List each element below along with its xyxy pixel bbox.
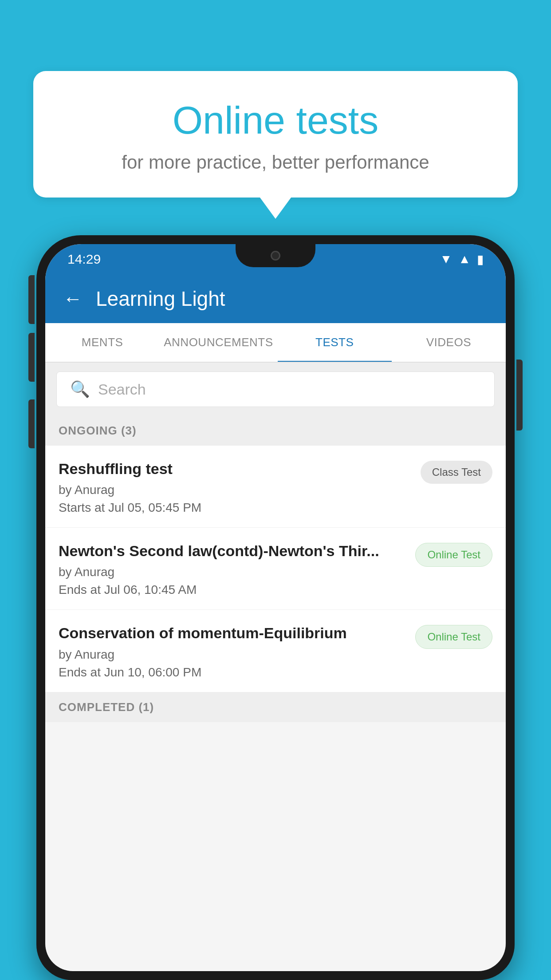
battery-icon: ▮ — [477, 252, 484, 267]
back-button[interactable]: ← — [63, 288, 83, 310]
test-title: Newton's Second law(contd)-Newton's Thir… — [59, 541, 406, 561]
test-info: Conservation of momentum-Equilibrium by … — [59, 623, 406, 679]
status-time: 14:29 — [67, 252, 101, 267]
completed-section-header: COMPLETED (1) — [45, 692, 506, 722]
test-list: Reshuffling test by Anurag Starts at Jul… — [45, 446, 506, 692]
test-info: Reshuffling test by Anurag Starts at Jul… — [59, 459, 412, 515]
ongoing-section-header: ONGOING (3) — [45, 416, 506, 446]
status-icons: ▼ ▲ ▮ — [440, 252, 484, 267]
test-item[interactable]: Newton's Second law(contd)-Newton's Thir… — [45, 528, 506, 610]
tab-videos[interactable]: VIDEOS — [392, 323, 506, 362]
search-bar[interactable]: 🔍 Search — [56, 371, 495, 407]
online-test-badge-2: Online Test — [415, 625, 492, 649]
app-bar-title: Learning Light — [96, 287, 225, 311]
bubble-title: Online tests — [55, 98, 496, 143]
phone-outer: 14:29 ▼ ▲ ▮ ← Learning Light MENTS ANNOU… — [36, 235, 515, 980]
phone-wrapper: 14:29 ▼ ▲ ▮ ← Learning Light MENTS ANNOU… — [36, 235, 515, 980]
phone-notch — [236, 244, 315, 267]
notch-camera — [271, 251, 280, 261]
test-date: Ends at Jun 10, 06:00 PM — [59, 665, 406, 680]
class-test-badge: Class Test — [421, 461, 492, 484]
phone-screen: 14:29 ▼ ▲ ▮ ← Learning Light MENTS ANNOU… — [45, 244, 506, 971]
speech-bubble: Online tests for more practice, better p… — [33, 71, 518, 198]
test-author: by Anurag — [59, 483, 412, 497]
tab-tests[interactable]: TESTS — [278, 323, 392, 362]
test-title: Reshuffling test — [59, 459, 412, 478]
bubble-subtitle: for more practice, better performance — [55, 152, 496, 173]
signal-icon: ▲ — [458, 252, 471, 266]
search-icon: 🔍 — [70, 380, 90, 399]
tab-announcements[interactable]: ANNOUNCEMENTS — [159, 323, 277, 362]
test-date: Starts at Jul 05, 05:45 PM — [59, 501, 412, 515]
wifi-icon: ▼ — [440, 252, 453, 266]
app-bar: ← Learning Light — [45, 274, 506, 323]
test-title: Conservation of momentum-Equilibrium — [59, 623, 406, 643]
test-item[interactable]: Conservation of momentum-Equilibrium by … — [45, 610, 506, 692]
test-info: Newton's Second law(contd)-Newton's Thir… — [59, 541, 406, 597]
test-date: Ends at Jul 06, 10:45 AM — [59, 583, 406, 597]
test-author: by Anurag — [59, 648, 406, 662]
search-placeholder: Search — [98, 381, 146, 398]
tab-ments[interactable]: MENTS — [45, 323, 159, 362]
online-test-badge: Online Test — [415, 543, 492, 567]
tabs-container: MENTS ANNOUNCEMENTS TESTS VIDEOS — [45, 323, 506, 363]
search-container: 🔍 Search — [45, 363, 506, 416]
speech-bubble-container: Online tests for more practice, better p… — [33, 71, 518, 198]
test-item[interactable]: Reshuffling test by Anurag Starts at Jul… — [45, 446, 506, 528]
test-author: by Anurag — [59, 565, 406, 579]
